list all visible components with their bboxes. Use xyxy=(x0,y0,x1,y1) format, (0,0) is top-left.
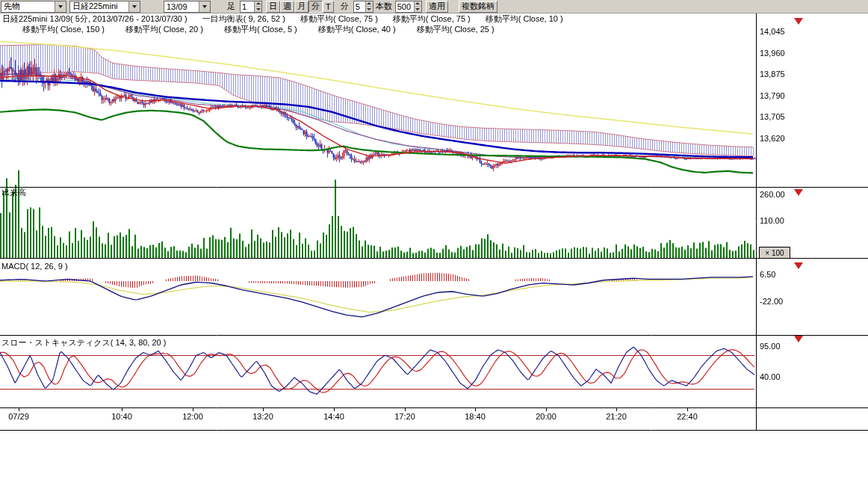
time-axis-label: 22:40 xyxy=(672,412,702,421)
symbol-select[interactable]: 日経225mini xyxy=(69,1,140,13)
macd-axis-label: 6.50 xyxy=(760,271,775,279)
symbol-value: 日経225mini xyxy=(70,1,120,12)
legend-ichimoku: 一目均衡表( 9, 26, 52 ) xyxy=(202,14,285,23)
contract-month-value: 13/09 xyxy=(164,2,190,11)
price-axis-label: 13,790 xyxy=(760,92,785,100)
legend-ma75: 移動平均( Close, 75 ) xyxy=(300,14,378,23)
multi-symbol-button[interactable]: 複数銘柄 xyxy=(459,1,497,13)
contract-month-select[interactable]: 13/09 xyxy=(164,1,211,13)
volume-multiplier-badge: × 100 xyxy=(759,247,790,259)
spin-up-icon[interactable] xyxy=(367,2,371,4)
time-axis-label: 17:20 xyxy=(390,412,420,421)
price-axis-label: 13,875 xyxy=(760,70,785,79)
spin-down-icon[interactable] xyxy=(367,8,371,10)
interval-spinner[interactable]: 1 xyxy=(240,1,262,13)
legend-ma20: 移動平均( Close, 20 ) xyxy=(125,25,203,34)
price-panel-collapse-marker[interactable] xyxy=(794,18,803,25)
spinner-arrows[interactable] xyxy=(254,1,261,12)
time-axis-label: 07/29 xyxy=(4,412,34,421)
volume-axis-label: 110.00 xyxy=(760,217,784,225)
interval-value: 1 xyxy=(241,1,248,12)
volume-panel-title: 出来高 xyxy=(1,188,26,197)
time-axis-label: 10:40 xyxy=(107,412,137,421)
legend-ma5: 移動平均( Close, 5 ) xyxy=(224,25,297,34)
legend-ma40: 移動平均( Close, 40 ) xyxy=(318,25,396,34)
legend-ma10: 移動平均( Close, 10 ) xyxy=(486,14,563,23)
time-axis-label: 13:20 xyxy=(248,412,278,421)
volume-axis-label: 260.00 xyxy=(760,191,785,199)
stochastics-panel-title: スロー・ストキャスティクス( 14, 3, 80, 20 ) xyxy=(1,338,166,347)
time-axis-label: 20:00 xyxy=(531,412,561,421)
legend-symbol: 日経225mini 13/09( 5分, 2013/07/26 - 2013/0… xyxy=(2,14,187,23)
chevron-down-icon[interactable] xyxy=(199,1,210,12)
price-axis-label: 13,960 xyxy=(760,49,785,58)
chart-canvas[interactable] xyxy=(0,0,868,483)
chevron-down-icon[interactable] xyxy=(128,1,140,12)
bar-type-label: 足 xyxy=(227,1,235,12)
minutes-value: 5 xyxy=(354,1,362,12)
instrument-type-value: 先物 xyxy=(1,1,22,12)
price-axis-label: 13,705 xyxy=(760,113,785,121)
macd-panel-title: MACD( 12, 26, 9 ) xyxy=(1,262,68,271)
spin-down-icon[interactable] xyxy=(256,8,261,10)
legend-ma75b: 移動平均( Close, 75 ) xyxy=(393,14,471,23)
price-axis-label: 14,045 xyxy=(760,28,785,36)
count-label: 本数 xyxy=(376,1,392,12)
stoch-axis-label: 40.00 xyxy=(760,373,781,381)
unit-label: 分 xyxy=(341,1,349,12)
minutes-spinner[interactable]: 5 xyxy=(353,1,373,13)
period-week-button[interactable]: 週 xyxy=(280,1,294,13)
volume-panel-collapse-marker[interactable] xyxy=(794,189,803,196)
time-axis-label: 12:00 xyxy=(178,412,208,421)
instrument-type-select[interactable]: 先物 xyxy=(1,1,66,13)
toolbar: 先物 日経225mini 13/09 足 1 日 週 月 分 T 分 5 本数 … xyxy=(0,0,868,13)
spinner-arrows[interactable] xyxy=(365,1,373,12)
stoch-panel-collapse-marker[interactable] xyxy=(794,336,803,342)
count-spinner[interactable]: 500 xyxy=(395,1,422,13)
stoch-axis-label: 95.00 xyxy=(760,342,781,351)
time-axis-label: 21:20 xyxy=(601,412,631,421)
legend-ma25: 移動平均( Close, 25 ) xyxy=(417,25,495,34)
legend-ma150: 移動平均( Close, 150 ) xyxy=(22,25,105,34)
macd-panel-collapse-marker[interactable] xyxy=(794,262,803,269)
macd-axis-label: -22.00 xyxy=(760,298,783,306)
period-minute-button[interactable]: 分 xyxy=(309,1,323,13)
spinner-arrows[interactable] xyxy=(414,1,421,12)
time-axis-label: 14:40 xyxy=(319,412,349,421)
legend-row-2: 移動平均( Close, 150 ) 移動平均( Close, 20 ) 移動平… xyxy=(22,25,495,34)
spin-down-icon[interactable] xyxy=(415,8,420,10)
legend-row-1: 日経225mini 13/09( 5分, 2013/07/26 - 2013/0… xyxy=(2,14,563,23)
count-value: 500 xyxy=(396,1,412,12)
chart-application-window: 先物 日経225mini 13/09 足 1 日 週 月 分 T 分 5 本数 … xyxy=(0,0,868,483)
chevron-down-icon[interactable] xyxy=(55,1,66,12)
spin-up-icon[interactable] xyxy=(256,2,261,4)
period-tick-button[interactable]: T xyxy=(323,1,334,13)
price-axis-label: 13,620 xyxy=(760,135,785,143)
period-day-button[interactable]: 日 xyxy=(266,1,280,13)
time-axis-label: 18:40 xyxy=(460,412,490,421)
spin-up-icon[interactable] xyxy=(415,2,420,4)
period-month-button[interactable]: 月 xyxy=(294,1,309,13)
apply-button[interactable]: 適用 xyxy=(426,1,448,13)
